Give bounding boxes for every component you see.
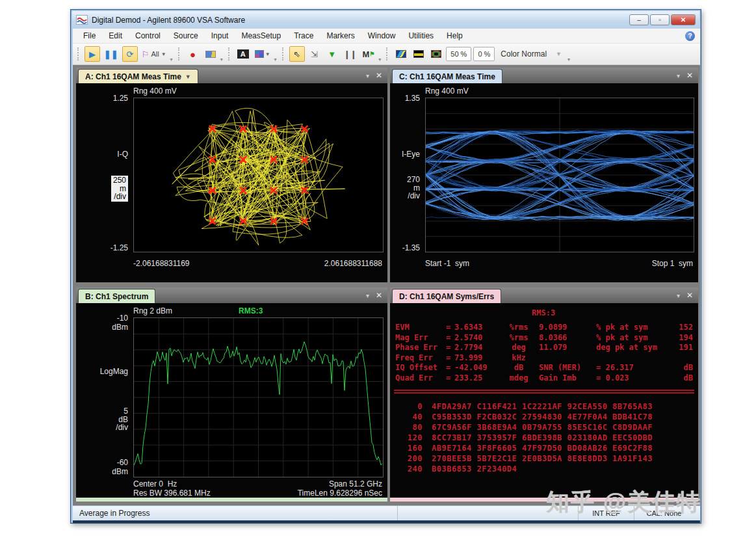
pane-b-minimize-icon[interactable]: ▾ xyxy=(366,292,369,299)
pane-b-bottom-strip xyxy=(76,498,387,502)
error-cell: 152 xyxy=(658,323,693,332)
symbol-index: 40 xyxy=(395,412,423,423)
menu-item-input[interactable]: Input xyxy=(205,29,235,42)
menu-item-edit[interactable]: Edit xyxy=(102,29,129,42)
error-cell: = xyxy=(446,323,454,332)
color-mode-select[interactable]: Color Normal ▼ xyxy=(497,47,566,61)
pane-b-y-label: LogMag xyxy=(76,367,128,376)
pane-d-rms-label: RMS:3 xyxy=(532,308,555,317)
pane-d-close-icon[interactable]: ✕ xyxy=(686,291,693,300)
eye-diagram-trace xyxy=(426,98,694,252)
spectrum-view-button[interactable] xyxy=(411,46,426,62)
symbol-index: 0 xyxy=(395,402,423,412)
tab-pane-b[interactable]: B: Ch1 Spectrum xyxy=(78,289,155,303)
minimize-button[interactable]: – xyxy=(629,14,649,25)
letter-a-icon: A xyxy=(237,49,249,59)
pane-c-minimize-icon[interactable]: ▾ xyxy=(677,72,680,79)
error-cell: EVM xyxy=(395,323,446,332)
pane-b-close-icon[interactable]: ✕ xyxy=(376,291,382,300)
pane-a-scale-field[interactable]: 250 m /div xyxy=(76,176,128,202)
symbol-hex-groups: 4FDA29A7 C116F421 1C2221AF 92CEA550 8B76… xyxy=(432,402,653,412)
symbol-hex-groups: B03B6853 2F2340D4 xyxy=(432,464,517,475)
symbol-index: 200 xyxy=(395,454,423,464)
pane-b-scale-field[interactable]: 5 dB /div xyxy=(76,407,128,432)
annotation-a-button[interactable]: A xyxy=(235,46,251,62)
symbol-row: 8067C9A56F 3B68E9A4 0B79A755 85E5C16C C8… xyxy=(395,423,693,433)
marker-m-button[interactable]: M⚑ xyxy=(360,46,376,62)
symbol-row: 04FDA29A7 C116F421 1C2221AF 92CEA550 8B7… xyxy=(395,402,693,412)
tab-pane-d[interactable]: D: Ch1 16QAM Syms/Errs xyxy=(392,289,501,303)
eye-view-button[interactable] xyxy=(428,46,444,62)
pane-c-scale-field[interactable]: 270 m /div xyxy=(390,176,420,200)
menu-item-meassetup[interactable]: MeasSetup xyxy=(235,29,287,42)
grid-layout-icon xyxy=(255,50,264,58)
restart-button[interactable]: ⟳ xyxy=(122,46,138,62)
tab-pane-a[interactable]: A: Ch1 16QAM Meas Time ▼ xyxy=(78,69,198,83)
display-capture-button[interactable] xyxy=(203,46,218,62)
offset-percent-field[interactable]: 0 % xyxy=(473,47,495,61)
separator-line xyxy=(394,390,694,394)
help-icon[interactable]: ? xyxy=(685,31,695,41)
title-bar[interactable]: Digital Demod - Agilent 89600 VSA Softwa… xyxy=(72,11,699,29)
error-cell: 194 xyxy=(658,333,693,343)
record-button[interactable]: ● xyxy=(185,46,201,62)
error-cell: Mag Err xyxy=(395,333,446,343)
pane-a-close-icon[interactable]: ✕ xyxy=(376,71,382,80)
pane-b-span-label: Span 51.2 GHz xyxy=(329,479,382,489)
error-cell: % pk at sym xyxy=(596,333,658,343)
flag-small-icon: ⚑ xyxy=(369,51,374,57)
marker-all-dropdown[interactable]: ⚐ All ▼ xyxy=(140,46,168,62)
menu-item-help[interactable]: Help xyxy=(440,29,469,42)
error-cell: dB xyxy=(499,363,539,373)
error-cell: 8.0366 xyxy=(539,333,596,343)
zoom-percent-field[interactable]: 50 % xyxy=(446,47,471,61)
pane-c-plot[interactable]: Rng 400 mV 1.35 I-Eye 270 m /div -1.35 S… xyxy=(390,83,698,282)
error-cell: 2.5740 xyxy=(454,333,499,343)
toolbar-grip xyxy=(386,47,389,60)
pane-b-range-label: Rng 2 dBm xyxy=(133,306,172,315)
maximize-button[interactable]: ▫ xyxy=(650,14,670,25)
menu-item-markers[interactable]: Markers xyxy=(320,29,361,42)
move-marker-button[interactable]: ⇲ xyxy=(307,46,322,62)
select-cursor-button[interactable]: ⇖ xyxy=(289,46,305,62)
toolbar-overflow-icon[interactable]: ▾ xyxy=(170,57,173,62)
pane-b-plot[interactable]: Rng 2 dBm RMS:3 -10 dBm LogMag 5 dB /div… xyxy=(76,303,387,498)
pane-b-timelen-label: TimeLen 9.628296 nSec xyxy=(298,489,382,498)
pane-b-y-bottom: -60 dBm xyxy=(76,458,128,476)
tab-pane-b-label: B: Ch1 Spectrum xyxy=(85,292,148,301)
pane-a-minimize-icon[interactable]: ▾ xyxy=(366,72,369,79)
waterfall-view-button[interactable] xyxy=(393,46,409,62)
pane-a-plot[interactable]: Rng 400 mV 1.25 I-Q 250 m /div -1.25 -2.… xyxy=(76,83,387,282)
pane-d-minimize-icon[interactable]: ▾ xyxy=(677,292,680,299)
window-bottom-edge xyxy=(73,520,700,523)
toolbar-overflow-icon[interactable]: ▾ xyxy=(274,57,277,62)
close-button[interactable]: ✕ xyxy=(671,14,696,25)
menu-item-control[interactable]: Control xyxy=(129,29,167,42)
menu-item-file[interactable]: File xyxy=(77,29,102,42)
peak-marker-button[interactable]: ▼ xyxy=(324,46,340,62)
symbol-index: 160 xyxy=(395,444,423,454)
window-title: Digital Demod - Agilent 89600 VSA Softwa… xyxy=(92,16,245,25)
menu-item-source[interactable]: Source xyxy=(167,29,205,42)
layout-grid-dropdown[interactable]: ▼ xyxy=(253,46,272,62)
pause-button[interactable]: ❚❚ xyxy=(102,46,120,62)
pane-a-x-left: -2.06168831169 xyxy=(133,259,190,268)
constellation-trace xyxy=(134,98,383,252)
menu-item-window[interactable]: Window xyxy=(361,29,402,42)
error-cell: = xyxy=(446,333,454,343)
toolbar-overflow-icon[interactable]: ▾ xyxy=(567,57,570,62)
work-area: A: Ch1 16QAM Meas Time ▼ ▾ ✕ Rng 400 mV … xyxy=(73,65,700,505)
error-cell: IQ Offset xyxy=(395,363,446,373)
toolbar-overflow-icon[interactable]: ▾ xyxy=(378,57,381,62)
pane-c-close-icon[interactable]: ✕ xyxy=(686,71,693,80)
tab-pane-c[interactable]: C: Ch1 16QAM Meas Time xyxy=(392,69,502,83)
pane-d-body[interactable]: RMS:3 EVM=3.6343%rms9.0899% pk at sym152… xyxy=(390,303,698,498)
pane-a-y-bottom: -1.25 xyxy=(76,243,128,252)
toolbar-overflow-icon[interactable]: ▾ xyxy=(220,57,223,62)
menu-item-trace[interactable]: Trace xyxy=(287,29,320,42)
menu-item-utilities[interactable]: Utilities xyxy=(402,29,440,42)
band-marker-button[interactable]: ❙❙ xyxy=(342,46,359,62)
play-button[interactable]: ▶ xyxy=(85,46,100,62)
pane-c: C: Ch1 16QAM Meas Time ▾ ✕ Rng 400 mV 1.… xyxy=(390,68,698,282)
error-cell: -42.049 xyxy=(454,363,499,373)
